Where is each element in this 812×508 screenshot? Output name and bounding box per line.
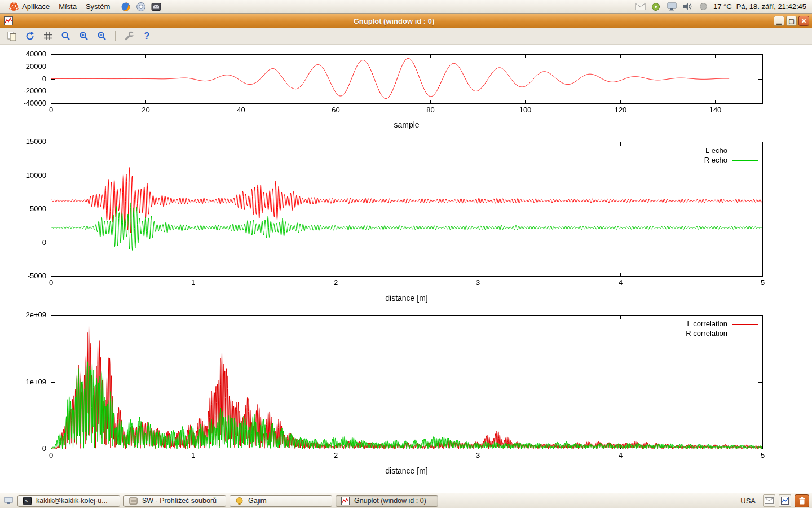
volume-icon[interactable] [682,1,693,12]
window-controls: ▁ ▢ ✕ [774,16,809,26]
gnuplot-toolbar: ? [0,28,812,45]
display-icon[interactable] [666,1,677,12]
gnuplot-window-titlebar[interactable]: Gnuplot (window id : 0) ▁ ▢ ✕ [0,14,812,28]
gnuplot-window-icon [3,15,14,27]
firefox-icon[interactable] [120,1,131,12]
copy-plot-icon[interactable] [5,30,18,43]
menu-system[interactable]: Systém [81,1,114,12]
replot-icon[interactable] [23,30,36,43]
toolbar-separator [115,31,116,41]
menu-applications[interactable]: Aplikace [3,0,54,14]
panel-launchers [120,1,162,12]
taskbar-button-gajim[interactable]: Gajim [230,495,332,507]
update-icon[interactable] [650,1,661,12]
menu-system-label: Systém [86,2,110,11]
maximize-button[interactable]: ▢ [786,16,797,26]
top-panel: Aplikace Místa Systém [0,0,812,14]
file-manager-icon [127,495,139,506]
trash-icon[interactable] [795,494,809,507]
taskbar-button-label: Gajim [248,497,267,505]
clock-label[interactable]: Pá, 18. září, 21:42:45 [736,2,806,11]
system-tray: 17 °C Pá, 18. září, 21:42:45 [634,1,809,12]
mail-client-icon[interactable] [151,1,162,12]
terminal-icon: >_ [21,495,33,506]
chart-tray-icon[interactable] [779,494,791,507]
taskbar-button-label: Gnuplot (window id : 0) [354,497,426,505]
mail-tray-icon[interactable] [763,494,775,507]
close-button[interactable]: ✕ [798,16,809,26]
mail-icon[interactable] [634,1,646,12]
taskbar: >_ kaklik@kaklik-kolej-u... SW - Prohlíž… [0,493,812,508]
gnuplot-plot-area[interactable] [0,45,812,493]
svg-text:>_: >_ [25,499,31,505]
keyboard-layout-indicator[interactable]: USA [736,496,760,506]
show-desktop-icon[interactable] [3,495,14,506]
zoom-out-icon[interactable] [95,30,108,43]
minimize-button[interactable]: ▁ [774,16,784,26]
taskbar-button-terminal[interactable]: >_ kaklik@kaklik-kolej-u... [17,495,120,507]
weather-icon[interactable] [698,1,709,12]
configure-icon[interactable] [122,30,135,43]
gajim-icon [233,495,245,506]
help-button-icon[interactable]: ? [140,30,153,43]
zoom-in-icon[interactable] [77,30,90,43]
taskbar-button-file-manager[interactable]: SW - Prohlížeč souborů [123,495,226,507]
taskbar-button-label: SW - Prohlížeč souborů [142,497,217,505]
help-icon[interactable] [135,1,147,12]
window-title: Gnuplot (window id : 0) [16,17,771,25]
gnuplot-icon [339,495,351,506]
taskbar-button-label: kaklik@kaklik-kolej-u... [36,497,108,505]
ubuntu-logo-icon [8,1,19,12]
menu-places[interactable]: Místa [54,1,81,12]
menu-places-label: Místa [59,2,77,11]
taskbar-button-gnuplot[interactable]: Gnuplot (window id : 0) [336,495,438,507]
zoom-previous-icon[interactable] [59,30,72,43]
menu-applications-label: Aplikace [22,2,50,11]
temperature-label[interactable]: 17 °C [713,2,732,11]
toggle-grid-icon[interactable] [41,30,54,43]
